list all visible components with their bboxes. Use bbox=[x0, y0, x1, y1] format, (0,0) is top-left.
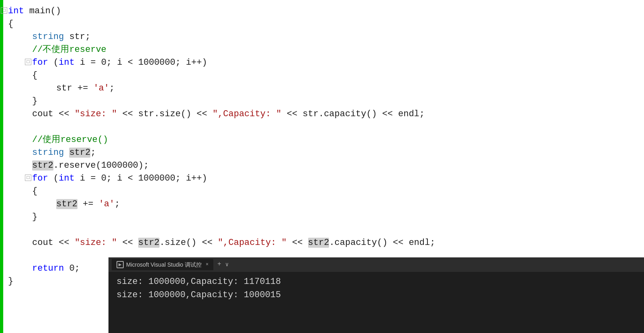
code-text-9: cout << "size: " << str.size() << ",Capa… bbox=[8, 108, 425, 121]
terminal-output-line-2: size: 1000000,Capacity: 1000015 bbox=[117, 288, 636, 302]
terminal-icon: ▶ bbox=[117, 261, 124, 268]
code-line-2: { bbox=[8, 18, 644, 31]
code-line-11: //使用reserve() bbox=[8, 134, 644, 146]
code-line-15: { bbox=[8, 185, 644, 198]
code-line-13: str2.reserve(1000000); bbox=[8, 159, 644, 172]
code-text-12: string str2; bbox=[8, 146, 96, 159]
code-line-8: } bbox=[8, 95, 644, 108]
code-text-8: } bbox=[8, 95, 37, 108]
code-text-3: string str; bbox=[8, 31, 90, 43]
keyword-int: int bbox=[8, 6, 24, 16]
terminal-output-line-1: size: 1000000,Capacity: 1170118 bbox=[117, 275, 636, 288]
code-line-9: cout << "size: " << str.size() << ",Capa… bbox=[8, 108, 644, 121]
code-text-14: for (int i = 0; i < 1000000; i++) bbox=[8, 172, 207, 185]
code-line-12: string str2; bbox=[8, 146, 644, 159]
editor-area: □ int main() { string str; //不使用reserve … bbox=[0, 0, 644, 333]
code-line-19: cout << "size: " << str2.size() << ",Cap… bbox=[8, 236, 644, 249]
code-line-16: str2 += 'a'; bbox=[8, 198, 644, 211]
code-line-17: } bbox=[8, 211, 644, 224]
code-text-6: { bbox=[8, 69, 37, 82]
code-line-18 bbox=[8, 224, 644, 236]
code-text-15: { bbox=[8, 185, 37, 198]
tab-chevron-button[interactable]: ∨ bbox=[225, 261, 229, 269]
code-text-1: int main() bbox=[8, 5, 61, 18]
code-line-1: □ int main() bbox=[8, 5, 644, 18]
code-text-2: { bbox=[8, 18, 13, 31]
left-gutter-bar bbox=[0, 0, 3, 333]
code-text-4: //不使用reserve bbox=[8, 43, 106, 56]
collapse-icon-5[interactable]: □ bbox=[25, 59, 31, 65]
plain-1: main() bbox=[24, 6, 61, 16]
code-line-5: □ for (int i = 0; i < 1000000; i++) bbox=[8, 56, 644, 69]
code-text-17: } bbox=[8, 211, 37, 224]
code-text-19: cout << "size: " << str2.size() << ",Cap… bbox=[8, 236, 435, 249]
collapse-icon-1[interactable]: □ bbox=[1, 7, 7, 14]
code-line-7: str += 'a'; bbox=[8, 82, 644, 95]
code-text-16: str2 += 'a'; bbox=[8, 198, 120, 211]
terminal-tab-label: Microsoft Visual Studio 调试控 bbox=[126, 261, 202, 269]
code-text-22: } bbox=[8, 275, 13, 288]
terminal-tab[interactable]: ▶ Microsoft Visual Studio 调试控 × bbox=[112, 259, 213, 270]
code-container: □ int main() { string str; //不使用reserve … bbox=[0, 3, 644, 288]
code-line-6: { bbox=[8, 69, 644, 82]
code-text-11: //使用reserve() bbox=[8, 134, 108, 146]
code-text-13: str2.reserve(1000000); bbox=[8, 159, 149, 172]
code-text-5: for (int i = 0; i < 1000000; i++) bbox=[8, 56, 207, 69]
code-text-7: str += 'a'; bbox=[8, 82, 114, 95]
terminal-panel: ▶ Microsoft Visual Studio 调试控 × + ∨ size… bbox=[108, 257, 644, 333]
collapse-icon-14[interactable]: □ bbox=[25, 175, 31, 181]
tab-close-button[interactable]: × bbox=[206, 261, 209, 268]
code-text-21: return 0; bbox=[8, 262, 80, 275]
code-line-14: □ for (int i = 0; i < 1000000; i++) bbox=[8, 172, 644, 185]
tab-plus-button[interactable]: + bbox=[215, 260, 224, 269]
terminal-tab-bar: ▶ Microsoft Visual Studio 调试控 × + ∨ bbox=[108, 257, 644, 272]
code-line-4: //不使用reserve bbox=[8, 43, 644, 56]
terminal-body: size: 1000000,Capacity: 1170118 size: 10… bbox=[108, 272, 644, 333]
code-line-10 bbox=[8, 121, 644, 134]
code-line-3: string str; bbox=[8, 31, 644, 43]
